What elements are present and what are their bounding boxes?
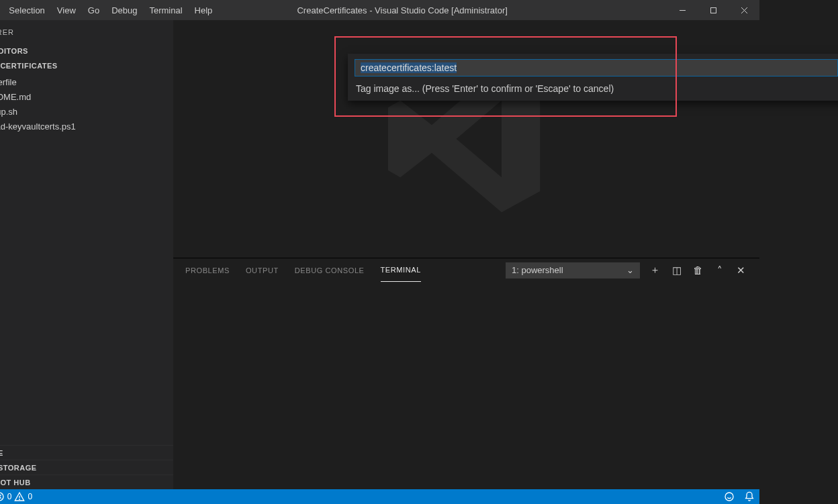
section-label: OUTLINE: [0, 449, 3, 457]
file-item[interactable]: ≣ startup.sh: [0, 104, 173, 119]
sidebar-bottom-sections: OUTLINE AZURE STORAGE AZURE IOT HUB: [0, 445, 173, 489]
sidebar-title: EXPLORER: [0, 20, 173, 44]
file-label: upload-keyvaultcerts.ps1: [0, 121, 76, 132]
new-terminal-button[interactable]: ＋: [649, 264, 661, 276]
status-bar: master 0 0: [0, 489, 759, 504]
status-feedback[interactable]: [719, 489, 739, 504]
close-button[interactable]: [729, 0, 759, 20]
section-open-editors[interactable]: OPEN EDITORS: [0, 44, 173, 58]
error-count: 0: [7, 492, 12, 501]
menu-bar: File Edit Selection View Go Debug Termin…: [0, 5, 218, 15]
svg-point-26: [725, 493, 733, 501]
warning-count: 0: [28, 492, 32, 501]
section-label: AZURE STORAGE: [0, 464, 37, 472]
window-controls: [667, 0, 759, 20]
file-item[interactable]: ≻_ upload-keyvaultcerts.ps1: [0, 119, 173, 134]
file-label: README.md: [0, 92, 31, 102]
window: File Edit Selection View Go Debug Termin…: [0, 0, 759, 504]
file-label: startup.sh: [0, 107, 17, 117]
svg-point-25: [19, 499, 20, 500]
section-outline[interactable]: OUTLINE: [0, 445, 173, 460]
file-item[interactable]: ⓘ README.md: [0, 89, 173, 104]
maximize-button[interactable]: [698, 0, 729, 20]
terminal-selector[interactable]: 1: powershell ⌄: [506, 262, 640, 279]
svg-rect-1: [710, 7, 716, 13]
maximize-panel-button[interactable]: ˄: [714, 264, 726, 276]
menu-debug[interactable]: Debug: [105, 5, 143, 15]
section-label: OPEN EDITORS: [0, 47, 28, 55]
file-item[interactable]: ⎈ dockerfile: [0, 74, 173, 89]
section-label: AZURE IOT HUB: [0, 478, 31, 487]
sidebar-explorer: EXPLORER OPEN EDITORS CREATECERTIFICATES…: [0, 20, 173, 489]
svg-point-21: [0, 493, 3, 501]
close-panel-button[interactable]: ✕: [735, 264, 747, 276]
status-notifications[interactable]: [739, 489, 759, 504]
quick-input-field[interactable]: [355, 59, 838, 77]
split-terminal-button[interactable]: ◫: [671, 264, 683, 276]
bottom-panel: PROBLEMS OUTPUT DEBUG CONSOLE TERMINAL 1…: [173, 258, 759, 489]
workbench-body: EXPLORER OPEN EDITORS CREATECERTIFICATES…: [0, 20, 759, 489]
kill-terminal-button[interactable]: 🗑: [692, 264, 704, 276]
tab-terminal[interactable]: TERMINAL: [381, 258, 421, 282]
quick-input: Tag image as... (Press 'Enter' to confir…: [348, 54, 838, 101]
file-label: dockerfile: [0, 77, 17, 87]
tab-problems[interactable]: PROBLEMS: [185, 258, 230, 282]
terminal-content[interactable]: [173, 282, 759, 489]
menu-go[interactable]: Go: [82, 5, 105, 15]
file-tree: ⎈ dockerfile ⓘ README.md ≣ startup.sh ≻_…: [0, 73, 173, 135]
minimize-button[interactable]: [667, 0, 698, 20]
panel-tabs: PROBLEMS OUTPUT DEBUG CONSOLE TERMINAL 1…: [173, 258, 759, 282]
editor-area: PROBLEMS OUTPUT DEBUG CONSOLE TERMINAL 1…: [173, 20, 759, 489]
section-azure-iot-hub[interactable]: AZURE IOT HUB: [0, 474, 173, 489]
section-azure-storage[interactable]: AZURE STORAGE: [0, 460, 173, 474]
terminal-selector-label: 1: powershell: [512, 265, 563, 275]
section-label: CREATECERTIFICATES: [0, 62, 58, 70]
quick-input-description: Tag image as... (Press 'Enter' to confir…: [355, 79, 838, 95]
tab-debug-console[interactable]: DEBUG CONSOLE: [295, 258, 365, 282]
menu-terminal[interactable]: Terminal: [143, 5, 188, 15]
titlebar: File Edit Selection View Go Debug Termin…: [0, 0, 759, 20]
window-title: CreateCertificates - Visual Studio Code …: [218, 5, 667, 15]
tab-output[interactable]: OUTPUT: [246, 258, 279, 282]
section-project[interactable]: CREATECERTIFICATES: [0, 58, 173, 73]
menu-view[interactable]: View: [51, 5, 82, 15]
status-problems[interactable]: 0 0: [0, 489, 37, 504]
menu-help[interactable]: Help: [189, 5, 219, 15]
chevron-down-icon: ⌄: [626, 265, 634, 275]
menu-selection[interactable]: Selection: [3, 5, 50, 15]
